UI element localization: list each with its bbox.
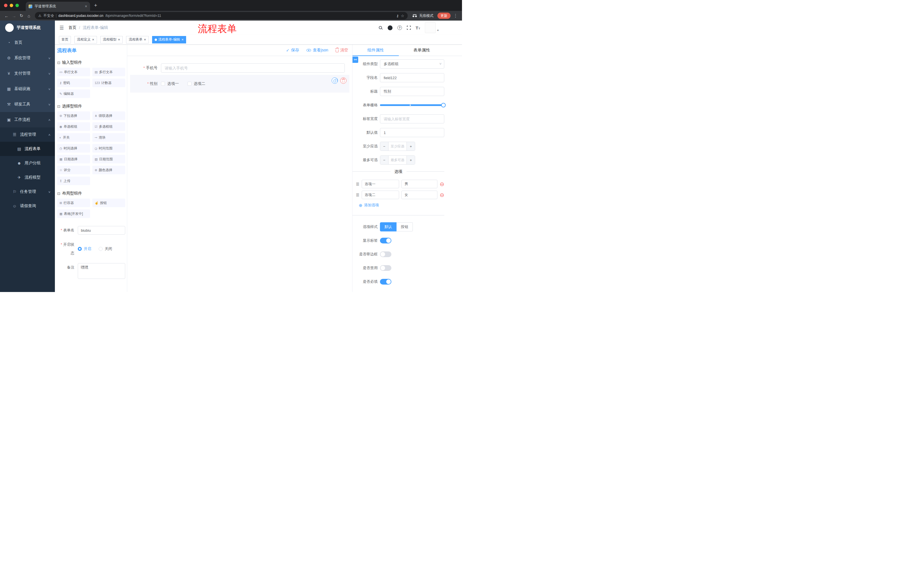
remove-option-icon[interactable]: ⊖ bbox=[440, 181, 444, 187]
home-icon[interactable]: ⌂ bbox=[25, 13, 33, 18]
avatar-caret-icon[interactable]: ▾ bbox=[437, 29, 439, 32]
gender-field-selected[interactable]: 性别 选项一 选项二 bbox=[130, 75, 349, 92]
close-icon[interactable]: × bbox=[92, 38, 94, 41]
palette-item-date-range[interactable]: ▧日期范围 bbox=[92, 155, 125, 163]
disabled-switch[interactable] bbox=[380, 265, 391, 271]
view-json-button[interactable]: 查看json bbox=[307, 48, 328, 53]
palette-item-row-container[interactable]: ⊞行容器 bbox=[57, 199, 90, 207]
option-value-input[interactable] bbox=[401, 191, 437, 199]
palette-item-text-input[interactable]: ▭单行文本 bbox=[57, 68, 90, 76]
palette-item-button[interactable]: ☝按钮 bbox=[92, 199, 125, 207]
palette-item-cascader[interactable]: ⋔级联选择 bbox=[92, 112, 125, 120]
title-input[interactable] bbox=[380, 87, 444, 96]
palette-item-time-range[interactable]: ◶时间范围 bbox=[92, 144, 125, 153]
field-name-input[interactable] bbox=[380, 73, 444, 82]
palette-item-color-picker[interactable]: ⊛颜色选择 bbox=[92, 166, 125, 174]
style-button-button[interactable]: 按钮 bbox=[396, 222, 413, 232]
github-icon[interactable] bbox=[388, 25, 393, 30]
slider-handle[interactable] bbox=[441, 103, 446, 107]
tag-process-form-edit[interactable]: 流程表单-编辑 × bbox=[152, 36, 186, 43]
reload-icon[interactable]: ↻ bbox=[18, 13, 25, 18]
palette-item-upload[interactable]: ↥上传 bbox=[57, 176, 90, 185]
close-icon[interactable]: × bbox=[118, 38, 120, 41]
delete-component-button[interactable] bbox=[340, 77, 346, 84]
sidebar-item-user-group[interactable]: ☻ 用户分组 bbox=[0, 156, 55, 170]
drag-handle-icon[interactable]: ☰ bbox=[356, 182, 360, 186]
add-option-button[interactable]: ⊕ 添加选项 bbox=[353, 202, 444, 208]
form-name-input[interactable] bbox=[78, 226, 125, 235]
help-icon[interactable] bbox=[398, 25, 402, 30]
sidebar-item-process-model[interactable]: ✈ 流程模型 bbox=[0, 170, 55, 184]
remove-option-icon[interactable]: ⊖ bbox=[440, 192, 444, 198]
drag-handle-icon[interactable]: ☰ bbox=[356, 193, 360, 197]
palette-item-slider[interactable]: ⊸滑块 bbox=[92, 133, 125, 142]
tab-form-props[interactable]: 表单属性 bbox=[399, 44, 445, 56]
default-value-input[interactable] bbox=[380, 128, 444, 137]
minus-button[interactable]: − bbox=[380, 142, 389, 151]
sidebar-item-payment[interactable]: ¥ 支付管理 ∨ bbox=[0, 66, 55, 81]
border-switch[interactable] bbox=[380, 252, 391, 257]
sidebar-item-infrastructure[interactable]: ▦ 基础设施 ∨ bbox=[0, 81, 55, 97]
show-label-switch[interactable] bbox=[380, 238, 391, 243]
label-width-input[interactable] bbox=[380, 114, 444, 123]
sidebar-item-home[interactable]: ◔ 首页 bbox=[0, 35, 55, 50]
palette-item-password[interactable]: ⚷密码 bbox=[57, 79, 90, 87]
sidebar-item-devtools[interactable]: ⚒ 研发工具 ∨ bbox=[0, 97, 55, 112]
breadcrumb-home[interactable]: 首页 bbox=[68, 25, 76, 30]
sidebar-item-leave-query[interactable]: ☺ 请假查询 bbox=[0, 199, 55, 213]
minus-button[interactable]: − bbox=[380, 156, 389, 164]
palette-item-textarea[interactable]: ▤多行文本 bbox=[92, 68, 125, 76]
min-select-input[interactable] bbox=[389, 142, 406, 151]
zoom-window-button[interactable] bbox=[15, 4, 19, 7]
status-on-radio[interactable]: 开启 bbox=[78, 246, 91, 252]
tag-process-form[interactable]: 流程表单 × bbox=[126, 36, 148, 43]
required-switch[interactable] bbox=[380, 279, 391, 285]
palette-item-date-picker[interactable]: ▦日期选择 bbox=[57, 155, 90, 163]
palette-item-radio-group[interactable]: ◉单选框组 bbox=[57, 122, 90, 131]
option-label-input[interactable] bbox=[361, 191, 399, 199]
option-label-input[interactable] bbox=[361, 180, 399, 188]
phone-input[interactable] bbox=[161, 63, 345, 72]
sidebar-item-system[interactable]: ⚙ 系统管理 ∨ bbox=[0, 50, 55, 66]
sidebar-item-workflow[interactable]: ▣ 工作流程 ∧ bbox=[0, 112, 55, 127]
address-bar[interactable]: ⚠ 不安全 dashboard.yudao.iocoder.cn /bpm/ma… bbox=[35, 12, 408, 20]
form-remark-textarea[interactable]: 嘿嘿 bbox=[78, 263, 125, 279]
security-label[interactable]: 不安全 bbox=[43, 13, 54, 18]
key-icon[interactable]: ⚷ bbox=[396, 14, 399, 18]
forward-icon[interactable]: → bbox=[10, 13, 18, 18]
palette-item-rate[interactable]: ☆评分 bbox=[57, 166, 90, 174]
sidebar-item-process-mgmt[interactable]: ☰ 流程管理 ∧ bbox=[0, 127, 55, 142]
update-button[interactable]: 更新 bbox=[437, 13, 450, 19]
palette-item-select[interactable]: ⊚下拉选择 bbox=[57, 112, 90, 120]
grid-slider[interactable] bbox=[380, 104, 443, 106]
hamburger-icon[interactable]: ☰ bbox=[59, 25, 64, 31]
sidebar-item-process-form[interactable]: ▤ 流程表单 bbox=[0, 142, 55, 156]
sidebar-item-task-mgmt[interactable]: ⚐ 任务管理 ∨ bbox=[0, 184, 55, 199]
style-default-button[interactable]: 默认 bbox=[380, 222, 396, 232]
new-tab-button[interactable]: + bbox=[94, 2, 97, 8]
tab-component-props[interactable]: 组件属性 bbox=[353, 44, 399, 56]
close-window-button[interactable] bbox=[4, 4, 7, 7]
palette-item-table[interactable]: ▦表格[开发中] bbox=[57, 209, 90, 218]
tag-process-definition[interactable]: 流程定义 × bbox=[74, 36, 97, 43]
back-icon[interactable]: ← bbox=[3, 13, 10, 18]
user-avatar[interactable] bbox=[425, 22, 436, 33]
browser-menu-icon[interactable]: ⋮ bbox=[452, 13, 459, 18]
gender-option1-checkbox[interactable]: 选项一 bbox=[161, 81, 179, 86]
link-icon[interactable]: ⚯ bbox=[353, 57, 358, 63]
close-icon[interactable]: × bbox=[182, 38, 184, 41]
palette-item-time-picker[interactable]: ◷时间选择 bbox=[57, 144, 90, 153]
fullscreen-icon[interactable] bbox=[407, 26, 411, 30]
tab-close-icon[interactable]: × bbox=[85, 4, 87, 8]
palette-item-editor[interactable]: ✎编辑器 bbox=[57, 89, 90, 98]
save-button[interactable]: ✓ 保存 bbox=[286, 48, 299, 53]
minimize-window-button[interactable] bbox=[10, 4, 13, 7]
max-select-input[interactable] bbox=[389, 156, 406, 164]
status-off-radio[interactable]: 关闭 bbox=[99, 246, 112, 252]
option-value-input[interactable] bbox=[401, 180, 437, 188]
copy-component-button[interactable] bbox=[332, 77, 338, 84]
tag-process-model[interactable]: 流程模型 × bbox=[101, 36, 123, 43]
bookmark-star-icon[interactable]: ☆ bbox=[401, 14, 404, 18]
palette-item-checkbox-group[interactable]: ☑多选框组 bbox=[92, 122, 125, 131]
gender-option2-checkbox[interactable]: 选项二 bbox=[188, 81, 206, 86]
